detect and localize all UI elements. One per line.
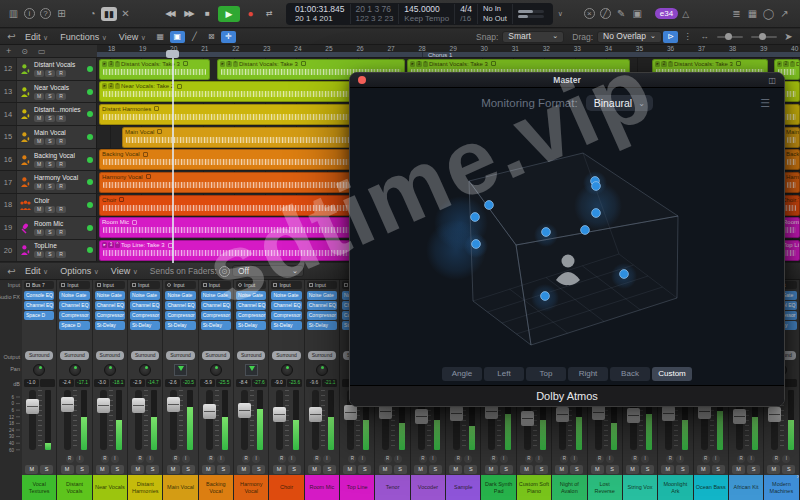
record-button[interactable]: ●	[242, 6, 259, 22]
solo-button[interactable]: S	[111, 465, 124, 474]
metronome-icon[interactable]: ╱	[600, 8, 611, 19]
volume-db-value[interactable]: -3.0	[94, 379, 109, 387]
solo-button[interactable]: S	[358, 465, 371, 474]
track-name[interactable]: Choir	[34, 197, 86, 205]
record-enable-button[interactable]: R	[66, 455, 74, 463]
channel-strip[interactable]: InputNoise GateChannel EQCompressorSt-De…	[128, 280, 163, 500]
fx-plugin-button[interactable]: Noise Gate	[271, 291, 301, 300]
take-play-icon[interactable]: ▸	[655, 61, 660, 67]
mute-button[interactable]: M	[25, 465, 38, 474]
channel-name-label[interactable]: Tenor	[375, 475, 409, 500]
solo-button[interactable]: S	[641, 465, 654, 474]
region[interactable]: Backing Vocal	[783, 149, 800, 170]
fader-cap[interactable]	[132, 398, 145, 413]
monitoring-format-dropdown[interactable]: Binaural⌄	[586, 95, 653, 111]
mixer-toggle-icon[interactable]: ▮▮	[101, 7, 117, 21]
mute-button[interactable]: M	[34, 183, 44, 190]
tool-menu-icon[interactable]: ✕	[118, 8, 133, 19]
channel-name-label[interactable]: Modern Machines	[764, 475, 798, 500]
record-enable-button[interactable]: R	[631, 455, 639, 463]
solo-button[interactable]: S	[40, 465, 53, 474]
bar-ruler[interactable]: 1819202122232425262728293031323334353637…	[97, 45, 800, 58]
input-monitor-dot[interactable]	[87, 66, 93, 72]
fader-cap[interactable]	[344, 405, 357, 420]
view-button-right[interactable]: Right	[568, 367, 608, 381]
forward-button[interactable]: ▶▶	[180, 6, 197, 22]
fader-area[interactable]	[22, 388, 56, 454]
region[interactable]: Harmony Vocal	[783, 172, 800, 193]
fader-cap[interactable]	[167, 397, 180, 412]
record-button[interactable]: R	[56, 70, 66, 77]
pan-knob[interactable]	[104, 364, 116, 376]
mute-button[interactable]: M	[202, 465, 215, 474]
pan-knob[interactable]	[33, 364, 45, 376]
take-fold-icon[interactable]: ^	[423, 61, 428, 67]
fx-plugin-button[interactable]: Noise Gate	[307, 291, 337, 300]
pan-knob[interactable]	[69, 364, 81, 376]
track-header[interactable]: 14Distant...moniesMSR	[0, 103, 97, 125]
volume-db-value[interactable]: -2.6	[165, 379, 180, 387]
nav-back-icon[interactable]: ↩	[4, 31, 19, 42]
mute-button[interactable]: M	[414, 465, 427, 474]
solo-button[interactable]: S	[182, 465, 195, 474]
mute-button[interactable]: M	[767, 465, 780, 474]
channel-name-label[interactable]: Room Mic	[305, 475, 339, 500]
record-enable-button[interactable]: R	[596, 455, 604, 463]
library-icon[interactable]: ⊞	[54, 8, 69, 19]
sends-dropdown[interactable]: Off⌄	[232, 265, 304, 277]
fx-plugin-button[interactable]: Channel EQ	[271, 301, 301, 310]
input-monitor-button[interactable]: I	[641, 455, 649, 463]
channel-name-label[interactable]: Main Vocal	[163, 475, 197, 500]
input-slot[interactable]: Input	[201, 281, 231, 289]
fader-cap[interactable]	[627, 408, 640, 423]
fader-cap[interactable]	[768, 407, 781, 422]
take-play-icon[interactable]: ▸	[102, 242, 107, 248]
region[interactable]: ▸3^Distant Vocals: Take 3	[99, 59, 210, 80]
volume-db-value[interactable]: -2.9	[130, 379, 145, 387]
output-slot[interactable]: Surround	[60, 351, 88, 360]
record-enable-button[interactable]: R	[737, 455, 745, 463]
mute-button[interactable]: M	[167, 465, 180, 474]
input-monitor-button[interactable]: I	[111, 455, 119, 463]
dolby-atmos-plugin-window[interactable]: Master ◫ Monitoring Format: Binaural⌄ ☰ …	[349, 72, 785, 407]
fx-plugin-button[interactable]: St-Delay	[165, 321, 195, 330]
channel-name-label[interactable]: Top Line	[340, 475, 374, 500]
fader-cap[interactable]	[733, 409, 746, 424]
fx-plugin-button[interactable]: Compressor	[165, 311, 195, 320]
mute-button[interactable]: M	[34, 251, 44, 258]
channel-strip[interactable]: InputNoise GateChannel EQCompressorSt-De…	[199, 280, 234, 500]
mixer-scroll-right-icon[interactable]: ›	[796, 472, 799, 481]
fx-plugin-button[interactable]: Channel EQ	[59, 301, 89, 310]
fx-plugin-button[interactable]: St-Delay	[307, 321, 337, 330]
media-browser-icon[interactable]: ▥	[6, 8, 21, 19]
catch-playhead-icon[interactable]: ⊳	[663, 31, 678, 43]
input-monitor-button[interactable]: I	[252, 455, 260, 463]
input-monitor-button[interactable]: I	[712, 455, 720, 463]
view-button-angle[interactable]: Angle	[442, 367, 482, 381]
fx-plugin-button[interactable]: Channel EQ	[307, 301, 337, 310]
audio-object-dot[interactable]	[620, 270, 629, 279]
browsers-icon[interactable]: ↗	[777, 8, 792, 19]
solo-button[interactable]: S	[45, 183, 55, 190]
output-slot[interactable]: Surround	[272, 351, 300, 360]
surround-panner[interactable]	[245, 364, 258, 376]
input-monitor-button[interactable]: I	[606, 455, 614, 463]
channel-strip[interactable]: InputNoise GateChannel EQCompressorSt-De…	[305, 280, 340, 500]
mixer-menu-edit[interactable]: Edit ∨	[25, 266, 48, 276]
take-play-icon[interactable]: ▸	[102, 61, 107, 67]
record-enable-button[interactable]: R	[490, 455, 498, 463]
solo-button[interactable]: S	[45, 70, 55, 77]
audio-object-dot[interactable]	[592, 182, 601, 191]
channel-name-label[interactable]: Lost Reverse	[588, 475, 622, 500]
view-button-top[interactable]: Top	[526, 367, 566, 381]
lcd-chevron-icon[interactable]: ∨	[553, 10, 568, 18]
input-slot[interactable]: Input	[307, 281, 337, 289]
snap-dropdown[interactable]: Smart⌄	[502, 31, 564, 43]
input-monitor-button[interactable]: I	[358, 455, 366, 463]
take-play-icon[interactable]: ▸	[410, 61, 415, 67]
record-button[interactable]: R	[56, 138, 66, 145]
add-track-button[interactable]: +	[6, 46, 11, 56]
mute-button[interactable]: M	[131, 465, 144, 474]
track-header[interactable]: 18ChoirMSR	[0, 194, 97, 216]
solo-button[interactable]: S	[45, 93, 55, 100]
